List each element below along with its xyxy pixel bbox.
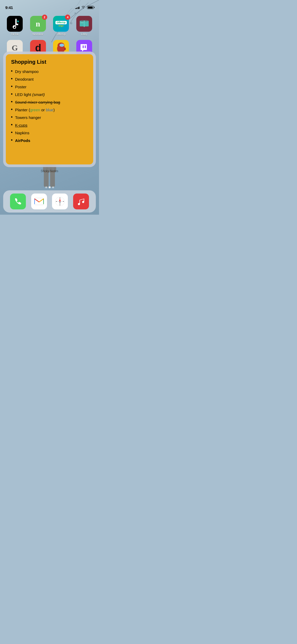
bullet: [11, 70, 12, 72]
offerup-icon: 4 OfferUp letgo: [53, 16, 69, 32]
app-offerup[interactable]: 4 OfferUp letgo OfferUp: [51, 16, 72, 36]
widget-app-label: Sticky Notes: [3, 169, 96, 174]
dock-app-gmail[interactable]: [31, 194, 47, 209]
svg-rect-17: [85, 45, 86, 48]
list-item: Dry shampoo: [11, 69, 88, 74]
status-bar: 9:41: [0, 0, 99, 12]
list-item: Deodorant: [11, 76, 88, 82]
page-dots: [45, 186, 54, 188]
svg-point-38: [60, 198, 60, 198]
tiktok-icon: [7, 16, 23, 32]
bullet: [11, 101, 12, 102]
svg-rect-28: [35, 198, 44, 205]
bullet: [11, 86, 12, 87]
widget-outer: Shopping List Dry shampoo Deodorant Post…: [3, 52, 96, 167]
bullet: [11, 93, 12, 95]
dock-app-safari[interactable]: [52, 194, 68, 209]
svg-rect-5: [80, 21, 84, 26]
list-item: Towers hanger: [11, 115, 88, 120]
sticky-notes-widget[interactable]: Shopping List Dry shampoo Deodorant Post…: [3, 52, 96, 174]
bullet: [11, 109, 12, 110]
svg-point-40: [56, 201, 57, 202]
list-item: LED light (smart): [11, 92, 88, 97]
svg-point-39: [60, 205, 60, 205]
battery-icon: [87, 6, 94, 9]
nextdoor-icon: 2 n: [30, 16, 46, 32]
app-label-offerup: OfferUp: [56, 33, 66, 36]
app-label-tiktok: TikTok: [11, 33, 19, 36]
signal-icon: [75, 6, 80, 9]
list-item: Planter (green or blue): [11, 107, 88, 113]
page-dot-2: [49, 186, 50, 188]
list-item: Poster: [11, 84, 88, 90]
libby-icon: [76, 16, 92, 32]
offerup-badge: 4: [65, 15, 70, 20]
svg-rect-7: [84, 21, 85, 27]
shopping-list: Dry shampoo Deodorant Poster LED light (…: [11, 69, 88, 143]
dock-app-phone[interactable]: [10, 194, 26, 209]
bullet: [11, 132, 12, 133]
bullet: [11, 139, 12, 141]
list-item: K-cups: [11, 122, 88, 128]
svg-point-41: [63, 201, 64, 202]
svg-rect-16: [83, 45, 84, 48]
dock-app-music[interactable]: [73, 194, 89, 209]
svg-point-12: [59, 44, 64, 47]
status-icons: [75, 5, 94, 10]
wifi-icon: [81, 5, 85, 10]
svg-point-2: [74, 12, 76, 14]
list-item: Sound mixer carrying bag: [11, 99, 88, 105]
svg-rect-6: [84, 21, 89, 26]
bullet: [11, 124, 12, 125]
sticky-note-title: Shopping List: [11, 59, 88, 65]
app-label-nextdoor: Nextdoor: [32, 33, 43, 36]
svg-rect-13: [64, 48, 66, 50]
sticky-note: Shopping List Dry shampoo Deodorant Post…: [6, 54, 93, 164]
dock: [3, 190, 96, 213]
page-dot-1: [45, 186, 47, 188]
app-tiktok[interactable]: TikTok: [4, 16, 25, 36]
app-label-libby: Libby: [81, 33, 87, 36]
list-item: AirPods: [11, 138, 88, 143]
status-time: 9:41: [5, 5, 13, 10]
app-libby[interactable]: Libby: [74, 16, 95, 36]
bullet: [11, 78, 12, 79]
list-item: Napkins: [11, 130, 88, 136]
app-nextdoor[interactable]: 2 n Nextdoor: [27, 16, 49, 36]
nextdoor-badge: 2: [42, 15, 47, 20]
bullet: [11, 116, 12, 118]
page-dot-3: [52, 186, 54, 188]
